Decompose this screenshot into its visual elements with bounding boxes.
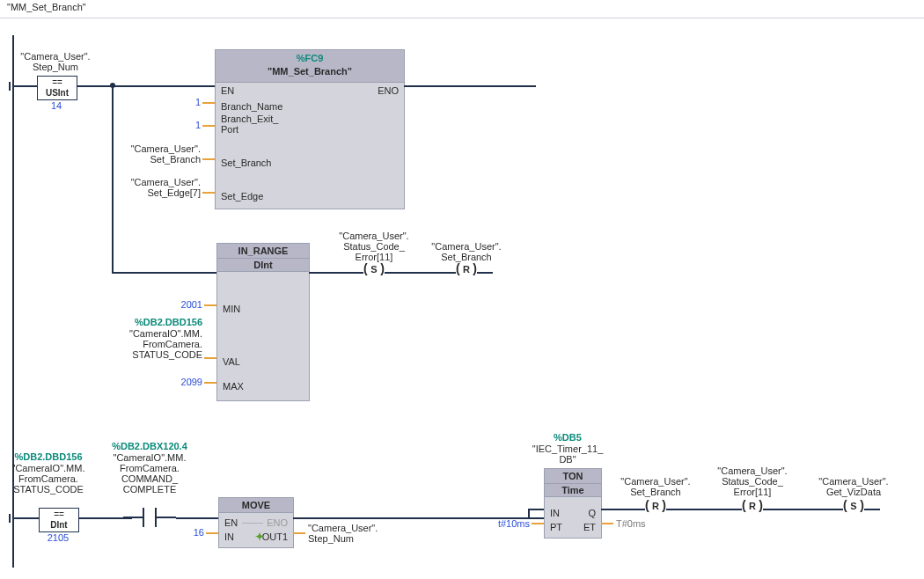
fc9-bexit2: Port: [221, 124, 238, 135]
wire: [528, 517, 544, 519]
move-out-l2: Step_Num: [308, 533, 354, 544]
ton-block: TON Time IN Q PT ET: [544, 468, 602, 539]
fc9-bname: Branch_Name: [221, 101, 282, 112]
cmp1-box: == USInt: [37, 76, 77, 100]
ton-pt-val: t#10ms: [475, 518, 530, 529]
move-out1: OUT1: [262, 531, 288, 542]
coil-r1-type: R: [440, 264, 493, 275]
wire: [113, 85, 215, 87]
inrange-min: MIN: [223, 304, 240, 314]
inrange-type: DInt: [217, 259, 309, 272]
move-out-l1: "Camera_User".: [308, 523, 378, 533]
network-title: "MM_Set_Branch": [7, 2, 86, 12]
pin: [202, 158, 215, 160]
fc9-arg-se2: Set_Edge[7]: [106, 187, 201, 198]
move-eno-line: [242, 523, 263, 524]
coil-s-getviz-t: S: [827, 501, 880, 511]
pin: [202, 125, 215, 127]
r2-no-l1: "CameraIO".MM.: [101, 452, 198, 463]
pin: [202, 102, 215, 104]
pin: [206, 532, 218, 534]
fc9-addr: %FC9: [216, 53, 404, 63]
wire: [528, 509, 544, 510]
r2-c1-l1: "Camera_User".: [607, 476, 704, 487]
cmp1-type: USInt: [38, 88, 77, 99]
move-eno: ENO: [267, 517, 288, 528]
cmp1-val: 14: [37, 100, 76, 111]
r2-c2-l2: Status_Code_: [704, 476, 801, 487]
inrange-val-addr: %DB2.DBD156: [106, 317, 202, 327]
cmp1-tag1: "Camera_User".: [7, 51, 104, 62]
ton-name: TON: [545, 469, 601, 484]
r2-no-addr: %DB2.DBX120.4: [101, 441, 198, 451]
r2-cmp-l1: "CameraIO".MM.: [0, 463, 97, 473]
wire: [112, 272, 216, 274]
coil-r-setbranch: () R: [629, 496, 682, 523]
wire: [682, 509, 726, 510]
r2-c2-l1: "Camera_User".: [704, 465, 801, 476]
coil-r-err-t: R: [726, 501, 779, 511]
r2-cmp-addr: %DB2.DBD156: [0, 451, 97, 462]
inrange-block: IN_RANGE DInt MIN VAL MAX: [216, 243, 310, 401]
inrange-max: MAX: [223, 381, 244, 392]
move-name: MOVE: [219, 498, 293, 513]
r2-cmp-op: ==: [40, 509, 78, 520]
inrange-val2: FromCamera.: [106, 339, 202, 349]
move-in-val: 16: [167, 527, 204, 538]
fc9-arg-sb2: Set_Branch: [106, 154, 201, 165]
fc9-block: %FC9 "MM_Set_Branch" EN ENO Branch_Name …: [215, 49, 405, 209]
pin: [532, 523, 544, 524]
wire: [601, 509, 632, 510]
pin: [293, 532, 305, 534]
move-in: IN: [224, 531, 234, 542]
ton-addr: %DB5: [519, 432, 616, 443]
ton-type: Time: [545, 484, 601, 497]
cmp1-op: ==: [38, 77, 77, 88]
wire: [779, 509, 827, 510]
wire: [404, 85, 536, 87]
wire: [12, 85, 37, 87]
fc9-bexit1: Branch_Exit_: [221, 114, 278, 124]
r2-cmp-l2: FromCamera.: [0, 473, 97, 484]
rail-tick: [9, 514, 11, 523]
r2-no-l2: FromCamera.: [101, 463, 198, 473]
ton-pt: PT: [550, 522, 562, 532]
wire: [77, 85, 113, 87]
pin: [204, 304, 216, 306]
fc9-setedge: Set_Edge: [221, 191, 263, 202]
wire: [176, 517, 218, 519]
wire: [12, 517, 39, 519]
coil-s1-type: S: [348, 264, 400, 275]
fc9-arg-se1: "Camera_User".: [106, 177, 201, 187]
coil-r-err: () R: [726, 496, 779, 523]
r2-cmp-box: == DInt: [39, 508, 79, 532]
r2-cmp-l3: STATUS_CODE: [0, 484, 97, 495]
fc9-arg-sb1: "Camera_User".: [106, 143, 201, 154]
coilR-l1: "Camera_User".: [418, 241, 515, 252]
r2-cmp-type: DInt: [40, 520, 78, 531]
ton-inst2: DB": [519, 454, 616, 465]
coilS-l2: Status_Code_: [326, 241, 422, 252]
pin: [601, 523, 613, 524]
fc9-title: %FC9 "MM_Set_Branch": [216, 50, 404, 83]
cmp1-tag2: Step_Num: [7, 62, 104, 72]
ton-et: ET: [583, 522, 596, 532]
expand-icon: ✦: [255, 531, 264, 543]
inrange-val1: "CameraIO".MM.: [106, 328, 202, 339]
coil-r-setbranch-t: R: [629, 501, 682, 511]
pin: [204, 357, 216, 359]
inrange-val3: STATUS_CODE: [106, 349, 202, 360]
inrange-min-val: 2001: [150, 299, 202, 310]
r2-c3-l1: "Camera_User".: [805, 476, 902, 487]
r2-no-l3: COMMAND_: [101, 473, 198, 484]
fc9-en: EN: [221, 85, 234, 96]
fc9-arg-bexit: 1: [158, 120, 201, 130]
ton-inst1: "IEC_Timer_11_: [519, 443, 616, 454]
r2-no-l4: COMPLETE: [101, 484, 198, 495]
fc9-arg-bname: 1: [158, 97, 201, 107]
inrange-val: VAL: [223, 356, 240, 367]
fc9-setbranch: Set_Branch: [221, 158, 271, 168]
ladder-canvas: "MM_Set_Branch" "Camera_User". Step_Num …: [0, 0, 924, 579]
coil-r1: () R: [440, 260, 493, 286]
fc9-eno: ENO: [378, 85, 399, 96]
